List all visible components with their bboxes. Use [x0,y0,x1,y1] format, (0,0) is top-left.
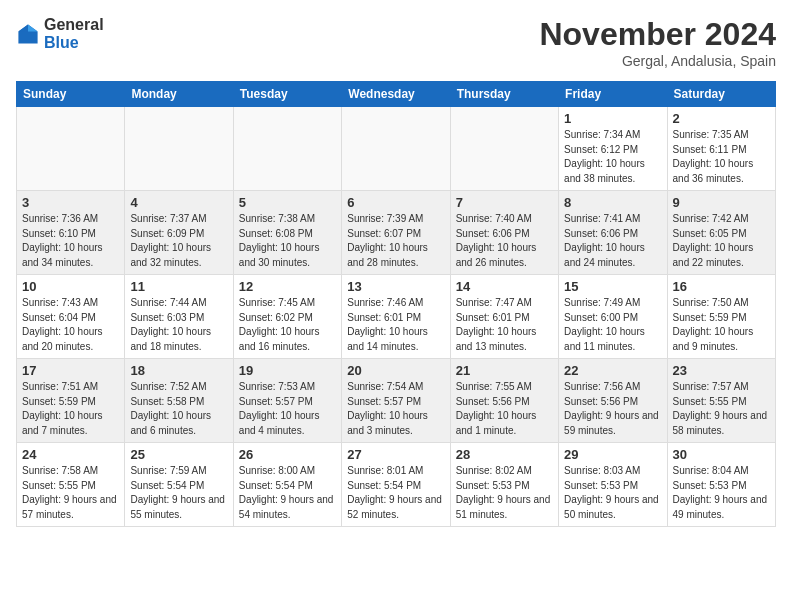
cell-info-text: Sunrise: 7:45 AMSunset: 6:02 PMDaylight:… [239,296,336,354]
cell-day-number: 7 [456,195,553,210]
cell-day-number: 19 [239,363,336,378]
cell-day-number: 21 [456,363,553,378]
calendar-cell [342,107,450,191]
cell-info-text: Sunrise: 7:39 AMSunset: 6:07 PMDaylight:… [347,212,444,270]
cell-info-text: Sunrise: 7:56 AMSunset: 5:56 PMDaylight:… [564,380,661,438]
calendar-cell: 24Sunrise: 7:58 AMSunset: 5:55 PMDayligh… [17,443,125,527]
cell-info-text: Sunrise: 7:43 AMSunset: 6:04 PMDaylight:… [22,296,119,354]
calendar-cell: 30Sunrise: 8:04 AMSunset: 5:53 PMDayligh… [667,443,775,527]
logo: General Blue [16,16,104,51]
logo-blue-text: Blue [44,34,104,52]
cell-info-text: Sunrise: 7:34 AMSunset: 6:12 PMDaylight:… [564,128,661,186]
calendar-cell: 7Sunrise: 7:40 AMSunset: 6:06 PMDaylight… [450,191,558,275]
calendar-cell: 11Sunrise: 7:44 AMSunset: 6:03 PMDayligh… [125,275,233,359]
calendar-table: SundayMondayTuesdayWednesdayThursdayFrid… [16,81,776,527]
cell-day-number: 23 [673,363,770,378]
cell-info-text: Sunrise: 7:41 AMSunset: 6:06 PMDaylight:… [564,212,661,270]
calendar-cell: 3Sunrise: 7:36 AMSunset: 6:10 PMDaylight… [17,191,125,275]
calendar-cell: 16Sunrise: 7:50 AMSunset: 5:59 PMDayligh… [667,275,775,359]
cell-info-text: Sunrise: 7:54 AMSunset: 5:57 PMDaylight:… [347,380,444,438]
cell-info-text: Sunrise: 7:53 AMSunset: 5:57 PMDaylight:… [239,380,336,438]
cell-day-number: 13 [347,279,444,294]
cell-day-number: 11 [130,279,227,294]
cell-info-text: Sunrise: 7:52 AMSunset: 5:58 PMDaylight:… [130,380,227,438]
calendar-cell: 20Sunrise: 7:54 AMSunset: 5:57 PMDayligh… [342,359,450,443]
calendar-cell: 26Sunrise: 8:00 AMSunset: 5:54 PMDayligh… [233,443,341,527]
calendar-cell: 19Sunrise: 7:53 AMSunset: 5:57 PMDayligh… [233,359,341,443]
cell-info-text: Sunrise: 7:35 AMSunset: 6:11 PMDaylight:… [673,128,770,186]
cell-day-number: 6 [347,195,444,210]
calendar-cell: 12Sunrise: 7:45 AMSunset: 6:02 PMDayligh… [233,275,341,359]
cell-info-text: Sunrise: 7:42 AMSunset: 6:05 PMDaylight:… [673,212,770,270]
calendar-cell: 18Sunrise: 7:52 AMSunset: 5:58 PMDayligh… [125,359,233,443]
logo-general-text: General [44,16,104,34]
calendar-cell: 1Sunrise: 7:34 AMSunset: 6:12 PMDaylight… [559,107,667,191]
cell-day-number: 2 [673,111,770,126]
cell-info-text: Sunrise: 7:46 AMSunset: 6:01 PMDaylight:… [347,296,444,354]
cell-day-number: 28 [456,447,553,462]
cell-info-text: Sunrise: 7:36 AMSunset: 6:10 PMDaylight:… [22,212,119,270]
calendar-cell: 4Sunrise: 7:37 AMSunset: 6:09 PMDaylight… [125,191,233,275]
cell-info-text: Sunrise: 8:03 AMSunset: 5:53 PMDaylight:… [564,464,661,522]
calendar-cell: 25Sunrise: 7:59 AMSunset: 5:54 PMDayligh… [125,443,233,527]
weekday-header-thursday: Thursday [450,82,558,107]
cell-info-text: Sunrise: 7:49 AMSunset: 6:00 PMDaylight:… [564,296,661,354]
cell-day-number: 10 [22,279,119,294]
weekday-header-wednesday: Wednesday [342,82,450,107]
title-block: November 2024 Gergal, Andalusia, Spain [539,16,776,69]
calendar-location: Gergal, Andalusia, Spain [539,53,776,69]
calendar-cell: 13Sunrise: 7:46 AMSunset: 6:01 PMDayligh… [342,275,450,359]
cell-day-number: 22 [564,363,661,378]
cell-info-text: Sunrise: 8:02 AMSunset: 5:53 PMDaylight:… [456,464,553,522]
cell-info-text: Sunrise: 8:01 AMSunset: 5:54 PMDaylight:… [347,464,444,522]
weekday-header-saturday: Saturday [667,82,775,107]
calendar-cell: 29Sunrise: 8:03 AMSunset: 5:53 PMDayligh… [559,443,667,527]
weekday-header-tuesday: Tuesday [233,82,341,107]
cell-info-text: Sunrise: 7:55 AMSunset: 5:56 PMDaylight:… [456,380,553,438]
calendar-cell: 10Sunrise: 7:43 AMSunset: 6:04 PMDayligh… [17,275,125,359]
cell-info-text: Sunrise: 8:04 AMSunset: 5:53 PMDaylight:… [673,464,770,522]
cell-day-number: 14 [456,279,553,294]
cell-info-text: Sunrise: 7:50 AMSunset: 5:59 PMDaylight:… [673,296,770,354]
cell-day-number: 16 [673,279,770,294]
cell-day-number: 4 [130,195,227,210]
calendar-cell: 2Sunrise: 7:35 AMSunset: 6:11 PMDaylight… [667,107,775,191]
cell-day-number: 5 [239,195,336,210]
calendar-cell [17,107,125,191]
cell-day-number: 15 [564,279,661,294]
calendar-cell: 27Sunrise: 8:01 AMSunset: 5:54 PMDayligh… [342,443,450,527]
calendar-cell: 17Sunrise: 7:51 AMSunset: 5:59 PMDayligh… [17,359,125,443]
calendar-cell: 5Sunrise: 7:38 AMSunset: 6:08 PMDaylight… [233,191,341,275]
cell-day-number: 27 [347,447,444,462]
calendar-title: November 2024 [539,16,776,53]
cell-info-text: Sunrise: 7:59 AMSunset: 5:54 PMDaylight:… [130,464,227,522]
cell-info-text: Sunrise: 7:57 AMSunset: 5:55 PMDaylight:… [673,380,770,438]
cell-info-text: Sunrise: 7:38 AMSunset: 6:08 PMDaylight:… [239,212,336,270]
cell-day-number: 9 [673,195,770,210]
cell-info-text: Sunrise: 8:00 AMSunset: 5:54 PMDaylight:… [239,464,336,522]
calendar-cell: 14Sunrise: 7:47 AMSunset: 6:01 PMDayligh… [450,275,558,359]
cell-day-number: 18 [130,363,227,378]
calendar-week-row: 17Sunrise: 7:51 AMSunset: 5:59 PMDayligh… [17,359,776,443]
calendar-week-row: 1Sunrise: 7:34 AMSunset: 6:12 PMDaylight… [17,107,776,191]
cell-info-text: Sunrise: 7:40 AMSunset: 6:06 PMDaylight:… [456,212,553,270]
logo-icon [16,22,40,46]
calendar-cell: 21Sunrise: 7:55 AMSunset: 5:56 PMDayligh… [450,359,558,443]
weekday-header-sunday: Sunday [17,82,125,107]
cell-day-number: 8 [564,195,661,210]
calendar-week-row: 24Sunrise: 7:58 AMSunset: 5:55 PMDayligh… [17,443,776,527]
cell-info-text: Sunrise: 7:58 AMSunset: 5:55 PMDaylight:… [22,464,119,522]
calendar-week-row: 10Sunrise: 7:43 AMSunset: 6:04 PMDayligh… [17,275,776,359]
cell-day-number: 30 [673,447,770,462]
calendar-week-row: 3Sunrise: 7:36 AMSunset: 6:10 PMDaylight… [17,191,776,275]
calendar-cell: 9Sunrise: 7:42 AMSunset: 6:05 PMDaylight… [667,191,775,275]
cell-day-number: 24 [22,447,119,462]
calendar-header-row: SundayMondayTuesdayWednesdayThursdayFrid… [17,82,776,107]
calendar-cell [125,107,233,191]
cell-day-number: 29 [564,447,661,462]
calendar-cell [450,107,558,191]
weekday-header-monday: Monday [125,82,233,107]
cell-day-number: 1 [564,111,661,126]
svg-marker-1 [28,24,38,31]
weekday-header-friday: Friday [559,82,667,107]
